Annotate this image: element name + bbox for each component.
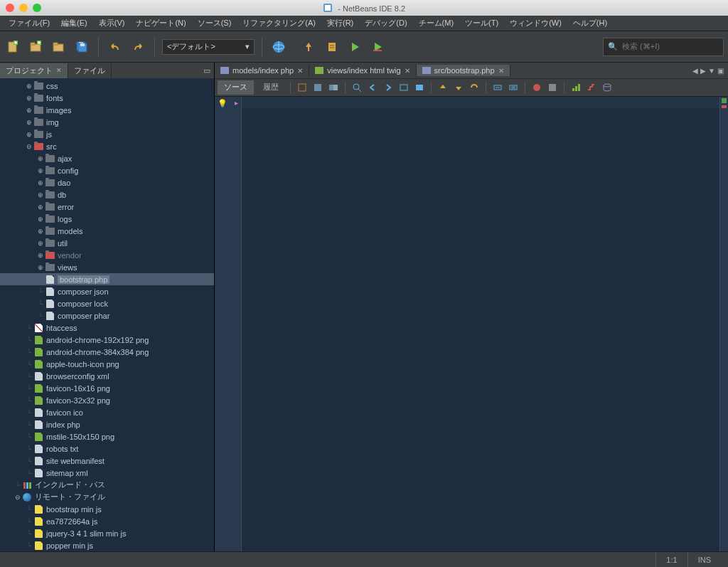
menu-edit[interactable]: 編集(E) — [55, 16, 93, 30]
ed-icon[interactable] — [585, 81, 598, 94]
tree-item[interactable]: ⊕error — [0, 201, 214, 213]
tab-next-icon[interactable]: ▶ — [700, 67, 706, 75]
editor-tab[interactable]: views/index html twig✕ — [309, 65, 416, 76]
cursor-position[interactable]: 1:1 — [655, 552, 687, 567]
editor-gutter[interactable]: 💡 ▸ — [215, 97, 242, 551]
close-icon[interactable]: ✕ — [56, 67, 62, 74]
overview-ruler[interactable] — [719, 97, 728, 551]
insert-mode[interactable]: INS — [687, 552, 721, 567]
tree-item[interactable]: └site webmanifest — [0, 455, 214, 467]
ed-down-icon[interactable] — [452, 81, 465, 94]
undo-icon[interactable] — [106, 38, 124, 56]
ed-icon[interactable] — [569, 81, 582, 94]
menu-window[interactable]: ウィンドウ(W) — [504, 16, 567, 30]
ed-icon[interactable] — [327, 81, 340, 94]
tree-item[interactable]: ⊕images — [0, 104, 214, 116]
tree-item[interactable]: └mstile-150x150 png — [0, 430, 214, 443]
tree-item[interactable]: ⊕vendor — [0, 249, 214, 261]
tree-item[interactable]: └composer phar — [0, 309, 214, 322]
tab-prev-icon[interactable]: ◀ — [692, 67, 698, 75]
ed-up-icon[interactable] — [437, 81, 449, 94]
clean-build-icon[interactable] — [323, 38, 342, 56]
history-tab[interactable]: 履歴 — [257, 80, 285, 95]
menu-file[interactable]: ファイル(F) — [3, 16, 55, 30]
tree-item[interactable]: └robots txt — [0, 443, 214, 455]
debug-icon[interactable] — [369, 38, 387, 56]
tree-item[interactable]: └android-chrome-192x192 png — [0, 334, 214, 346]
tree-item[interactable]: └composer lock — [0, 297, 214, 309]
build-icon[interactable] — [301, 38, 319, 56]
tree-item[interactable]: ⊕logs — [0, 213, 214, 225]
tree-item[interactable]: ⊕models — [0, 225, 214, 237]
config-combo[interactable]: <デフォルト>▾ — [162, 39, 255, 55]
tree-item[interactable]: └apple-touch-icon png — [0, 358, 214, 370]
ed-next-icon[interactable] — [382, 81, 395, 94]
menu-tools[interactable]: ツール(T) — [459, 16, 504, 30]
mac-close-button[interactable] — [6, 4, 14, 12]
tab-projects[interactable]: プロジェクト✕ — [0, 63, 68, 78]
tree-item[interactable]: ⊕db — [0, 189, 214, 201]
editor-tab[interactable]: models/index php✕ — [215, 65, 309, 76]
menu-refactor[interactable]: リファクタリング(A) — [237, 16, 321, 30]
menu-debug[interactable]: デバッグ(D) — [359, 16, 412, 30]
save-all-icon[interactable] — [73, 38, 91, 56]
ed-find-icon[interactable] — [350, 81, 363, 94]
tree-item[interactable]: ⊕js — [0, 128, 214, 140]
tab-list-icon[interactable]: ▼ — [708, 67, 715, 75]
redo-icon[interactable] — [129, 38, 147, 56]
ed-icon[interactable] — [413, 81, 426, 94]
open-project-icon[interactable] — [50, 38, 68, 56]
ed-icon[interactable] — [296, 81, 309, 94]
tree-item[interactable]: └favicon-16x16 png — [0, 382, 214, 394]
menu-navigate[interactable]: ナビゲート(N) — [130, 16, 191, 30]
mac-maximize-button[interactable] — [33, 4, 41, 12]
new-project-icon[interactable] — [27, 38, 46, 56]
ed-icon[interactable] — [507, 81, 520, 94]
editor-tab[interactable]: src/bootstrap.php✕ — [417, 65, 510, 76]
tree-item[interactable]: ⊕fonts — [0, 92, 214, 104]
source-tab[interactable]: ソース — [218, 80, 254, 95]
close-icon[interactable]: ✕ — [297, 67, 303, 75]
ed-icon[interactable] — [311, 81, 324, 94]
mac-minimize-button[interactable] — [19, 4, 28, 12]
menu-source[interactable]: ソース(S) — [192, 16, 237, 30]
ed-icon[interactable] — [491, 81, 504, 94]
close-icon[interactable]: ✕ — [405, 67, 410, 75]
maximize-icon[interactable]: ▣ — [717, 67, 724, 75]
tab-files[interactable]: ファイル — [68, 63, 112, 78]
tree-item[interactable]: └android-chrome-384x384 png — [0, 346, 214, 358]
tree-item[interactable]: └index php — [0, 418, 214, 430]
tree-item[interactable]: └sitemap xml — [0, 467, 214, 479]
close-icon[interactable]: ✕ — [498, 67, 504, 75]
ed-prev-icon[interactable] — [366, 81, 379, 94]
tree-item[interactable]: ⊖src — [0, 140, 214, 152]
new-file-icon[interactable] — [4, 38, 23, 56]
search-box[interactable]: 🔍 検索 (⌘+I) — [603, 38, 724, 56]
tree-item[interactable]: ⊕dao — [0, 176, 214, 189]
tree-item[interactable]: └favicon ico — [0, 406, 214, 418]
tree-item[interactable]: └jquery-3 4 1 slim min js — [0, 527, 214, 539]
tree-item[interactable]: ⊕img — [0, 116, 214, 128]
tree-item[interactable]: ⊕config — [0, 164, 214, 176]
tree-item[interactable]: └favicon-32x32 png — [0, 394, 214, 406]
tree-item[interactable]: ⊕views — [0, 261, 214, 273]
menu-help[interactable]: ヘルプ(H) — [567, 16, 613, 30]
tree-item[interactable]: └bootstrap min js — [0, 503, 214, 515]
stop-icon[interactable] — [546, 81, 559, 94]
menu-run[interactable]: 実行(R) — [321, 16, 359, 30]
tree-item[interactable]: ⊖リモート・ファイル — [0, 491, 214, 503]
tree-item[interactable]: ⊕css — [0, 80, 214, 92]
tree-item[interactable]: └bootstrap php — [0, 273, 214, 285]
ed-icon[interactable] — [468, 81, 481, 94]
lightbulb-icon[interactable]: 💡 — [218, 99, 228, 108]
menu-team[interactable]: チーム(M) — [413, 16, 460, 30]
tree-item[interactable]: └browserconfig xml — [0, 370, 214, 382]
run-icon[interactable] — [346, 38, 365, 56]
tree-item[interactable]: ⊕util — [0, 237, 214, 249]
tree-item[interactable]: ⊕ajax — [0, 152, 214, 164]
ed-icon[interactable] — [397, 81, 410, 94]
ed-icon[interactable] — [601, 81, 614, 94]
tree-item[interactable]: └インクルード・パス — [0, 479, 214, 491]
minimize-panel-icon[interactable]: ▭ — [200, 66, 214, 75]
tree-item[interactable]: └composer json — [0, 285, 214, 297]
